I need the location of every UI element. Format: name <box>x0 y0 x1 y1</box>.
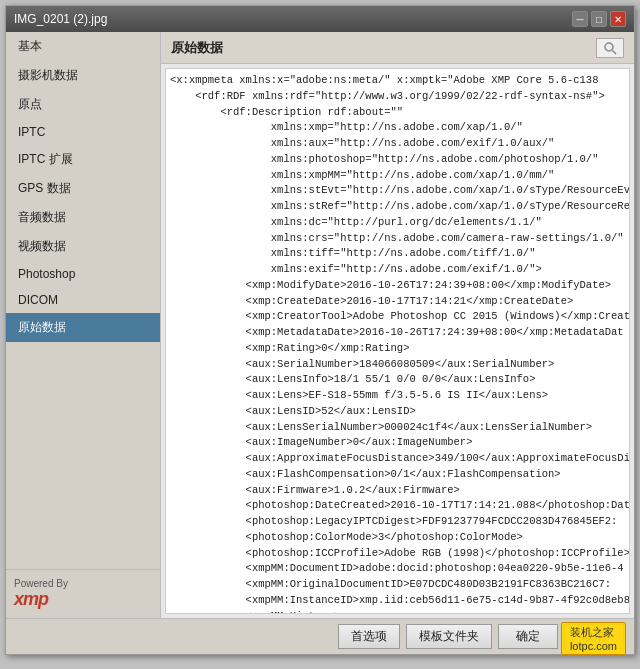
xmp-logo: xmp <box>14 589 48 610</box>
maximize-button[interactable]: □ <box>591 11 607 27</box>
sidebar-item-video[interactable]: 视频数据 <box>6 232 160 261</box>
svg-line-1 <box>613 50 617 54</box>
template-folder-button[interactable]: 模板文件夹 <box>406 624 492 649</box>
sidebar-item-raw[interactable]: 原始数据 <box>6 313 160 342</box>
main-window: IMG_0201 (2).jpg ─ □ ✕ 基本 摄影机数据 原点 IPTC <box>5 5 635 655</box>
sidebar-items-list: 基本 摄影机数据 原点 IPTC IPTC 扩展 GPS 数据 <box>6 32 160 569</box>
sidebar-item-origin[interactable]: 原点 <box>6 90 160 119</box>
bottom-bar: 首选项 模板文件夹 确定 取消 <box>6 618 634 654</box>
preferences-button[interactable]: 首选项 <box>338 624 400 649</box>
sidebar-item-basic[interactable]: 基本 <box>6 32 160 61</box>
sidebar-item-iptc-ext[interactable]: IPTC 扩展 <box>6 145 160 174</box>
title-bar: IMG_0201 (2).jpg ─ □ ✕ <box>6 6 634 32</box>
sidebar-footer: Powered By xmp <box>6 569 160 618</box>
close-button[interactable]: ✕ <box>610 11 626 27</box>
search-box[interactable] <box>596 38 624 58</box>
xml-content-area[interactable]: <x:xmpmeta xmlns:x="adobe:ns:meta/" x:xm… <box>165 68 630 614</box>
panel-header: 原始数据 <box>161 32 634 64</box>
panel-title: 原始数据 <box>171 39 223 57</box>
sidebar: 基本 摄影机数据 原点 IPTC IPTC 扩展 GPS 数据 <box>6 32 161 618</box>
sidebar-item-gps[interactable]: GPS 数据 <box>6 174 160 203</box>
window-title: IMG_0201 (2).jpg <box>14 12 107 26</box>
watermark: 装机之家 lotpc.com <box>561 622 626 655</box>
confirm-button[interactable]: 确定 <box>498 624 558 649</box>
minimize-button[interactable]: ─ <box>572 11 588 27</box>
watermark-line1: 装机之家 <box>570 625 617 640</box>
sidebar-item-photoshop[interactable]: Photoshop <box>6 261 160 287</box>
main-content: 基本 摄影机数据 原点 IPTC IPTC 扩展 GPS 数据 <box>6 32 634 618</box>
right-panel: 原始数据 <x:xmpmeta xmlns:x="adobe:ns:meta/"… <box>161 32 634 618</box>
svg-point-0 <box>605 43 613 51</box>
sidebar-item-camera[interactable]: 摄影机数据 <box>6 61 160 90</box>
search-icon <box>603 41 617 55</box>
sidebar-item-iptc[interactable]: IPTC <box>6 119 160 145</box>
sidebar-item-dicom[interactable]: DICOM <box>6 287 160 313</box>
sidebar-item-audio[interactable]: 音频数据 <box>6 203 160 232</box>
watermark-line2: lotpc.com <box>570 640 617 652</box>
powered-by-label: Powered By xmp <box>14 578 68 610</box>
title-bar-controls: ─ □ ✕ <box>572 11 626 27</box>
